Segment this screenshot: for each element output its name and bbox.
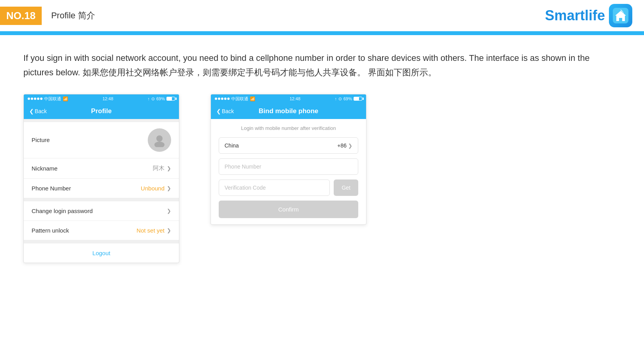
chevron-icon-pattern: ❯: [167, 227, 171, 233]
location-icon-2: ⊙: [338, 96, 342, 101]
profile-divider-top: [24, 119, 179, 122]
signal-icon: [28, 98, 42, 100]
profile-item-nickname[interactable]: Nickname 阿木 ❯: [24, 158, 179, 179]
profile-item-password[interactable]: Change login password ❯: [24, 201, 179, 221]
back-label-1: Back: [35, 108, 47, 114]
status-bar-2: 中国联通 📶 12:48 ↑ ⊙ 69%: [211, 94, 366, 103]
profile-item-phone[interactable]: Phone Number Unbound ❯: [24, 179, 179, 198]
wifi-icon-2: 📶: [250, 96, 255, 101]
phone-number-value: Unbound ❯: [141, 185, 171, 192]
confirm-button[interactable]: Confirm: [219, 201, 358, 218]
signal-icon-2: [215, 98, 230, 100]
bind-content: Login with mobile number after verificat…: [211, 119, 366, 224]
time-2: 12:48: [290, 96, 301, 101]
svg-point-2: [156, 135, 163, 142]
logo-text: Smartlife: [545, 7, 605, 24]
back-button-1[interactable]: ❮ Back: [29, 108, 47, 114]
profile-item-pattern[interactable]: Pattern unlock Not set yet ❯: [24, 221, 179, 240]
status-left-1: 中国联通 📶: [28, 96, 68, 102]
bind-subtitle: Login with mobile number after verificat…: [219, 125, 358, 131]
header-left: NO.18 Profile 简介: [0, 7, 95, 25]
status-left-2: 中国联通 📶: [215, 96, 255, 102]
pattern-label: Pattern unlock: [32, 227, 69, 234]
logo-container: Smartlife: [545, 4, 632, 27]
phone-bind: 中国联通 📶 12:48 ↑ ⊙ 69% ❮ Back: [211, 94, 366, 225]
status-right-1: ↑ ⊙ 69%: [147, 96, 175, 101]
time-1: 12:48: [103, 96, 113, 101]
signal-strength-icon: ↑: [147, 96, 150, 101]
location-icon: ⊙: [151, 96, 155, 101]
password-label: Change login password: [32, 208, 93, 214]
carrier-1: 中国联通: [44, 96, 61, 102]
country-label: China: [225, 142, 239, 149]
status-right-2: ↑ ⊙ 69%: [334, 96, 362, 101]
verification-placeholder: Verification Code: [225, 185, 266, 191]
profile-divider-bottom: [24, 240, 179, 243]
header-title: Profile 简介: [51, 10, 95, 21]
phone-profile: 中国联通 📶 12:48 ↑ ⊙ 69% ❮ Back: [23, 94, 179, 263]
profile-item-picture[interactable]: Picture: [24, 122, 179, 158]
chevron-icon-nickname: ❯: [167, 165, 171, 171]
verification-row: Verification Code Get: [219, 179, 358, 196]
nav-title-1: Profile: [91, 107, 112, 115]
battery-pct-2: 69%: [343, 96, 352, 101]
picture-label: Picture: [32, 137, 50, 143]
nav-bar-2: ❮ Back Bind mobile phone: [211, 103, 366, 119]
description-text: If you sign in with social network accou…: [23, 51, 608, 80]
status-bar-1: 中国联通 📶 12:48 ↑ ⊙ 69%: [24, 94, 179, 103]
smartlife-logo-icon: [609, 4, 632, 27]
wifi-icon: 📶: [63, 96, 68, 101]
phone-number-field[interactable]: Phone Number: [219, 158, 358, 175]
nickname-value: 阿木 ❯: [153, 165, 171, 172]
chevron-icon-password: ❯: [167, 208, 171, 214]
verification-code-field[interactable]: Verification Code: [219, 179, 330, 196]
chevron-icon-phone: ❯: [167, 185, 171, 191]
nav-title-2: Bind mobile phone: [259, 107, 318, 115]
phones-container: 中国联通 📶 12:48 ↑ ⊙ 69% ❮ Back: [23, 94, 621, 263]
nav-bar-1: ❮ Back Profile: [24, 103, 179, 119]
battery-pct-1: 69%: [156, 96, 165, 101]
carrier-2: 中国联通: [231, 96, 248, 102]
svg-point-3: [154, 142, 165, 147]
country-code: +86 ❯: [337, 142, 352, 149]
battery-icon-2: [354, 97, 362, 101]
main-content: If you sign in with social network accou…: [0, 35, 644, 279]
back-button-2[interactable]: ❮ Back: [216, 108, 234, 114]
signal-strength-icon-2: ↑: [334, 96, 337, 101]
battery-icon-1: [166, 97, 175, 101]
chevron-icon-country: ❯: [348, 143, 352, 149]
logout-button[interactable]: Logout: [24, 243, 179, 263]
no-badge: NO.18: [0, 7, 42, 25]
phone-placeholder: Phone Number: [225, 163, 261, 170]
back-chevron-2: ❮: [216, 108, 221, 114]
page-header: NO.18 Profile 简介 Smartlife: [0, 0, 644, 33]
nickname-label: Nickname: [32, 165, 58, 172]
avatar: [148, 128, 171, 152]
back-chevron-1: ❮: [29, 108, 34, 114]
country-field[interactable]: China +86 ❯: [219, 137, 358, 154]
profile-section-divider: [24, 198, 179, 201]
pattern-value: Not set yet ❯: [136, 227, 171, 234]
get-code-button[interactable]: Get: [334, 179, 358, 196]
phone-number-label: Phone Number: [32, 185, 71, 192]
back-label-2: Back: [222, 108, 234, 114]
